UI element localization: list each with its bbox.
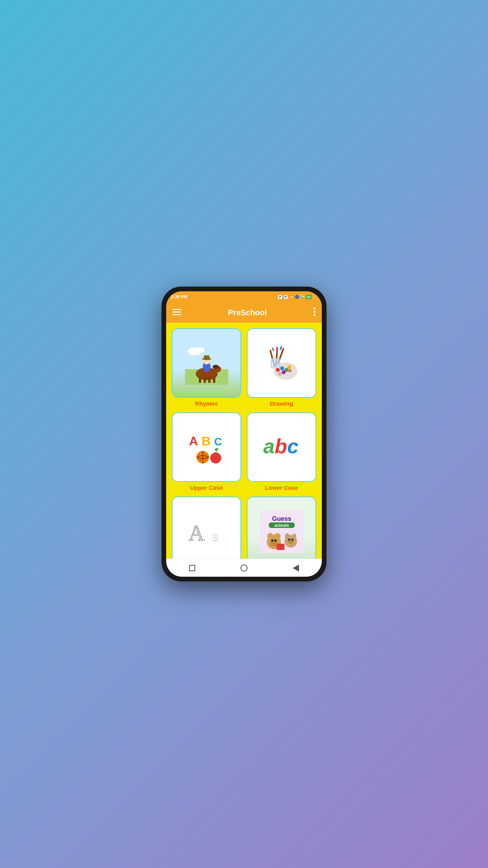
svg-rect-0 xyxy=(172,309,181,310)
svg-text:animals: animals xyxy=(274,523,289,528)
rhymes-label: Rhymes xyxy=(195,400,218,407)
svg-rect-30 xyxy=(272,347,274,351)
battery-badge: 94 xyxy=(306,295,312,299)
status-bar: 2:39 PM P P 📶 🔵 📡 94 ⚡ xyxy=(166,291,322,302)
svg-rect-10 xyxy=(199,377,201,383)
svg-point-41 xyxy=(210,452,221,463)
svg-point-26 xyxy=(282,370,286,374)
upper-case-item[interactable]: A B C xyxy=(172,412,241,491)
nav-triangle-icon xyxy=(293,565,299,572)
lower-case-item[interactable]: abc Lower Case xyxy=(247,412,316,491)
drawing-label: Drawing xyxy=(270,400,293,407)
drawing-item[interactable]: Drawing xyxy=(247,328,316,407)
hamburger-icon[interactable] xyxy=(172,308,181,317)
svg-point-27 xyxy=(288,369,292,372)
svg-rect-1 xyxy=(172,311,181,313)
svg-point-62 xyxy=(288,540,294,544)
app-bar: PreSchool xyxy=(166,302,322,323)
svg-point-23 xyxy=(280,366,284,370)
tracing-item[interactable]: A A a ABC Tracing xyxy=(172,497,241,559)
rhymes-item[interactable]: Rhymes xyxy=(172,328,241,407)
guess-card[interactable]: Guess animals xyxy=(247,497,316,559)
tracing-card[interactable]: A A a xyxy=(172,497,241,559)
svg-point-52 xyxy=(267,533,273,539)
svg-rect-2 xyxy=(172,314,181,315)
svg-point-55 xyxy=(271,539,273,542)
main-content: Rhymes xyxy=(166,323,322,559)
svg-rect-11 xyxy=(204,377,206,383)
status-time: 2:39 PM xyxy=(171,294,187,299)
bluetooth-icon: 🔵 xyxy=(295,295,299,299)
svg-rect-35 xyxy=(271,358,280,368)
svg-text:Guess: Guess xyxy=(272,515,291,522)
nav-square-icon xyxy=(189,565,195,571)
svg-text:B: B xyxy=(202,434,211,448)
upper-case-art: A B C xyxy=(172,413,240,481)
status-icons: P P 📶 🔵 📡 94 ⚡ xyxy=(278,295,317,299)
svg-text:a: a xyxy=(212,528,218,544)
drawing-art xyxy=(248,329,316,397)
tracing-art: A A a xyxy=(172,497,240,559)
svg-rect-18 xyxy=(204,355,209,359)
nav-circle-icon xyxy=(240,565,248,572)
p-icon-1: P xyxy=(278,295,282,299)
nav-square-button[interactable] xyxy=(185,561,199,575)
nav-back-button[interactable] xyxy=(289,561,303,575)
svg-text:A: A xyxy=(188,520,205,546)
svg-rect-13 xyxy=(213,377,215,383)
svg-point-25 xyxy=(287,365,291,369)
battery-icon: ⚡ xyxy=(313,295,317,299)
svg-rect-34 xyxy=(279,346,282,350)
svg-point-28 xyxy=(278,372,282,376)
svg-point-20 xyxy=(195,347,205,353)
p-icon-2: P xyxy=(284,295,288,299)
rhymes-art xyxy=(172,329,240,397)
svg-rect-12 xyxy=(208,377,211,383)
lower-case-label: Lower Case xyxy=(265,484,298,491)
svg-point-14 xyxy=(213,365,219,369)
more-icon[interactable] xyxy=(314,307,316,318)
svg-point-3 xyxy=(314,307,316,309)
app-title: PreSchool xyxy=(228,308,267,317)
grid: Rhymes xyxy=(172,328,316,559)
svg-text:C: C xyxy=(214,436,222,448)
svg-point-5 xyxy=(314,314,316,316)
svg-text:A: A xyxy=(189,434,198,448)
drawing-card[interactable] xyxy=(247,328,316,398)
svg-text:abc: abc xyxy=(263,435,299,458)
nav-bar xyxy=(166,559,322,577)
guess-item[interactable]: Guess animals xyxy=(247,497,316,559)
rhymes-card[interactable] xyxy=(172,328,241,398)
upper-case-card[interactable]: A B C xyxy=(172,412,241,482)
signal-icon: 📡 xyxy=(300,295,305,299)
svg-point-53 xyxy=(274,533,281,539)
svg-point-22 xyxy=(276,368,280,372)
nav-home-button[interactable] xyxy=(237,561,251,575)
lower-case-art: abc xyxy=(248,413,316,481)
wifi-icon: 📶 xyxy=(289,295,294,299)
phone-screen: 2:39 PM P P 📶 🔵 📡 94 ⚡ PreSchool xyxy=(166,291,322,577)
phone-shell: 2:39 PM P P 📶 🔵 📡 94 ⚡ PreSchool xyxy=(161,287,327,581)
svg-point-56 xyxy=(274,539,277,542)
lower-case-card[interactable]: abc xyxy=(247,412,316,482)
guess-art: Guess animals xyxy=(248,497,316,559)
svg-point-4 xyxy=(314,311,316,313)
upper-case-label: Upper Case xyxy=(190,484,223,491)
